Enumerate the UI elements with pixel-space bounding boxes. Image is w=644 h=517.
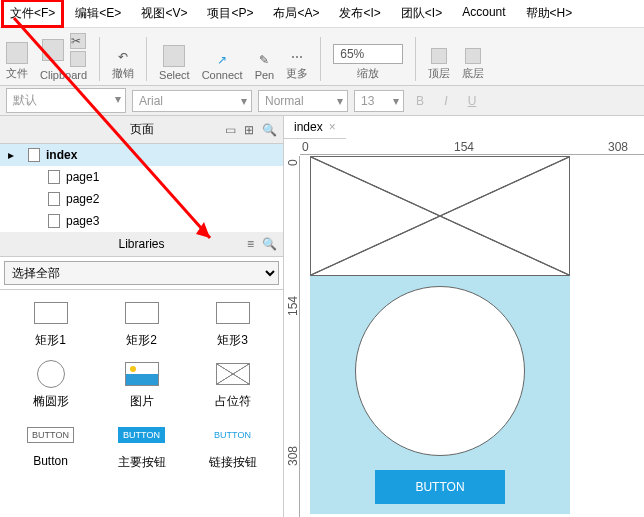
page-name: page3 — [66, 214, 99, 228]
toolbar: 文件 ✂Clipboard ↶撤销 Select ↗Connect ✎Pen ⋯… — [0, 28, 644, 86]
weight-select[interactable]: Normal — [258, 90, 348, 112]
add-page-icon[interactable]: ▭ — [225, 123, 236, 137]
shape-label: 矩形2 — [126, 332, 157, 349]
page-tree: ▸indexpage1page2page3 — [0, 144, 283, 232]
shape-label: 链接按钮 — [209, 454, 257, 471]
shape-label: 图片 — [130, 393, 154, 410]
library-select[interactable]: 选择全部 — [4, 261, 279, 285]
ruler-horizontal: 0154308 — [300, 139, 644, 155]
panel-widget[interactable]: BUTTON — [310, 276, 570, 514]
page-row[interactable]: ▸index — [0, 144, 283, 166]
menu-team[interactable]: 团队<I> — [395, 2, 448, 25]
left-panel: 页面 ▭⊞🔍 ▸indexpage1page2page3 Libraries ≡… — [0, 116, 284, 517]
menu-help[interactable]: 帮助<H> — [520, 2, 579, 25]
size-select[interactable]: 13 — [354, 90, 404, 112]
canvas-stage[interactable]: BUTTON — [300, 156, 644, 517]
tool-more[interactable]: ⋯更多 — [286, 50, 308, 81]
menu-icon[interactable]: ≡ — [247, 237, 254, 251]
tool-back[interactable]: 底层 — [462, 48, 484, 81]
page-icon — [28, 148, 40, 162]
page-name: index — [46, 148, 77, 162]
shape-label: Button — [33, 454, 68, 468]
close-icon[interactable]: × — [329, 120, 336, 134]
shape-label: 椭圆形 — [33, 393, 69, 410]
menu-view[interactable]: 视图<V> — [135, 2, 193, 25]
font-select[interactable]: Arial — [132, 90, 252, 112]
canvas-tab[interactable]: index× — [284, 116, 346, 139]
shape-rect[interactable]: 矩形1 — [6, 296, 95, 353]
underline-button[interactable]: U — [462, 91, 482, 111]
tool-front[interactable]: 顶层 — [428, 48, 450, 81]
button-widget[interactable]: BUTTON — [375, 470, 504, 504]
page-name: page2 — [66, 192, 99, 206]
shape-rect[interactable]: 矩形2 — [97, 296, 186, 353]
page-name: page1 — [66, 170, 99, 184]
ruler-vertical: 0154308 — [284, 156, 300, 517]
tool-connect[interactable]: ↗Connect — [202, 53, 243, 81]
menu-edit[interactable]: 编辑<E> — [69, 2, 127, 25]
shape-btnp[interactable]: BUTTON主要按钮 — [97, 418, 186, 475]
formatbar: 默认 Arial Normal 13 B I U — [0, 86, 644, 116]
libraries-title: Libraries — [118, 237, 164, 251]
shape-rect[interactable]: 矩形3 — [188, 296, 277, 353]
style-select[interactable]: 默认 — [6, 88, 126, 113]
page-row[interactable]: page2 — [0, 188, 283, 210]
menu-project[interactable]: 项目<P> — [201, 2, 259, 25]
page-icon — [48, 214, 60, 228]
shape-circ[interactable]: 椭圆形 — [6, 357, 95, 414]
add-folder-icon[interactable]: ⊞ — [244, 123, 254, 137]
italic-button[interactable]: I — [436, 91, 456, 111]
page-icon — [48, 192, 60, 206]
canvas-area: index× 0154308 0154308 BUTTON — [284, 116, 644, 517]
page-row[interactable]: page3 — [0, 210, 283, 232]
shape-label: 矩形1 — [35, 332, 66, 349]
shape-btnl[interactable]: BUTTON链接按钮 — [188, 418, 277, 475]
menu-file[interactable]: 文件<F> — [1, 0, 64, 28]
search-icon[interactable]: 🔍 — [262, 123, 277, 137]
menu-layout[interactable]: 布局<A> — [267, 2, 325, 25]
tool-pen[interactable]: ✎Pen — [255, 53, 275, 81]
placeholder-widget[interactable] — [310, 156, 570, 276]
tool-file[interactable]: 文件 — [6, 42, 28, 81]
pages-header: 页面 ▭⊞🔍 — [0, 116, 283, 144]
shape-ph[interactable]: 占位符 — [188, 357, 277, 414]
bold-button[interactable]: B — [410, 91, 430, 111]
cut-icon[interactable]: ✂ — [70, 33, 86, 49]
libraries-header: Libraries ≡🔍 — [0, 232, 283, 257]
menubar: 文件<F> 编辑<E> 视图<V> 项目<P> 布局<A> 发布<I> 团队<I… — [0, 0, 644, 28]
ellipse-widget[interactable] — [355, 286, 525, 456]
page-icon — [48, 170, 60, 184]
menu-account[interactable]: Account — [456, 2, 511, 25]
menu-publish[interactable]: 发布<I> — [333, 2, 386, 25]
shape-label: 主要按钮 — [118, 454, 166, 471]
shape-img[interactable]: 图片 — [97, 357, 186, 414]
tool-select[interactable]: Select — [159, 45, 190, 81]
tool-clipboard[interactable]: ✂Clipboard — [40, 33, 87, 81]
copy-icon[interactable] — [70, 51, 86, 67]
shapes-grid: 矩形1矩形2矩形3椭圆形图片占位符BUTTONButtonBUTTON主要按钮B… — [0, 290, 283, 481]
shape-btn[interactable]: BUTTONButton — [6, 418, 95, 475]
pages-title: 页面 — [130, 121, 154, 138]
search-icon[interactable]: 🔍 — [262, 237, 277, 251]
shape-label: 占位符 — [215, 393, 251, 410]
tool-undo[interactable]: ↶撤销 — [112, 50, 134, 81]
tool-zoom[interactable]: 65%缩放 — [333, 44, 403, 81]
page-row[interactable]: page1 — [0, 166, 283, 188]
shape-label: 矩形3 — [217, 332, 248, 349]
